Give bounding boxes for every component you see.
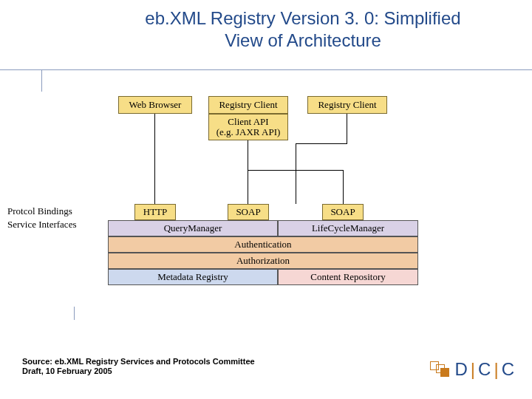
box-http: HTTP [134,204,176,220]
logo-letter-d: D [455,359,469,379]
logo-squares-icon [430,361,449,378]
bar-authorization: Authorization [108,253,418,269]
divider-top [0,69,532,70]
label-protocol-bindings: Protcol Bindings [7,205,72,217]
connector [343,170,344,204]
tick-mark [41,69,42,92]
connector [248,170,344,171]
box-registry-client-1: Registry Client [208,96,288,114]
slide-title: eb.XML Registry Version 3. 0: Simplified… [0,0,532,56]
connector [347,114,347,143]
logo-letter-c1: C [478,359,492,379]
connector [248,140,248,204]
label-service-interfaces: Service Interfaces [7,219,76,231]
bar-authentication: Authentication [108,236,418,253]
logo-text: D|C|C [455,359,516,380]
logo-letter-c2: C [502,359,516,379]
box-client-api: Client API (e.g. JAXR API) [208,114,288,140]
bar-query-manager: QueryManager [108,220,278,236]
connector [296,143,296,204]
source-citation: Source: eb.XML Registry Services and Pro… [22,357,266,378]
box-registry-client-2: Registry Client [307,96,387,114]
dcc-logo: D|C|C [430,359,516,380]
logo-sep-icon: | [469,359,478,379]
bar-content-repository: Content Repository [278,269,418,285]
bar-metadata-registry: Metadata Registry [108,269,278,285]
box-soap-1: SOAP [228,204,269,220]
connector [154,114,155,204]
box-web-browser: Web Browser [118,96,192,114]
box-soap-2: SOAP [322,204,364,220]
client-api-line1: Client API [228,117,268,127]
client-api-line2: (e.g. JAXR API) [216,127,281,137]
bar-lifecycle-manager: LifeCycleManager [278,220,418,236]
logo-sep-icon: | [492,359,501,379]
connector [296,143,347,144]
architecture-diagram: Web Browser Registry Client Client API (… [44,96,488,318]
